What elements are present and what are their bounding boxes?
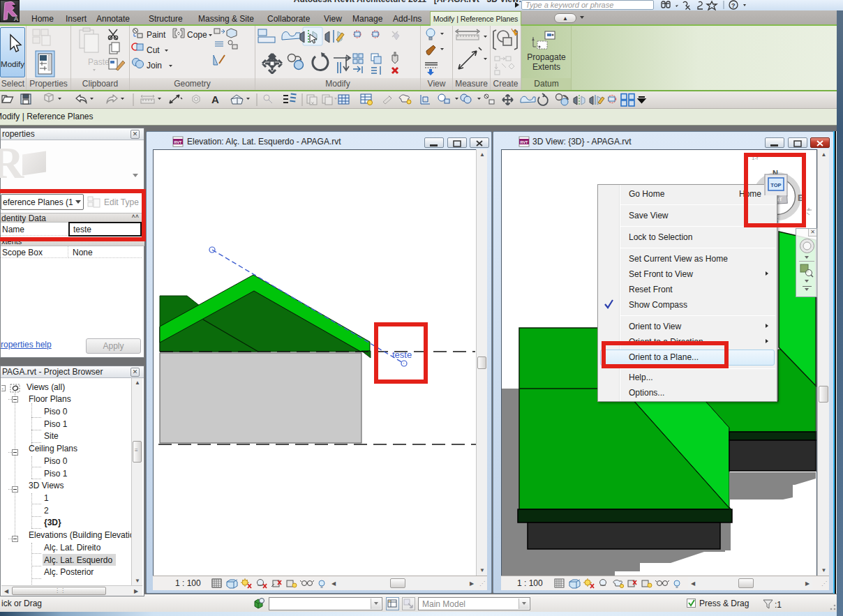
- svg-text:A: A: [211, 93, 219, 105]
- svg-text:Paste: Paste: [88, 57, 110, 67]
- svg-text:Cut: Cut: [147, 45, 160, 55]
- svg-text:A: A: [14, 15, 18, 22]
- svg-text:?: ?: [731, 2, 736, 9]
- svg-text:RVT: RVT: [521, 140, 529, 144]
- svg-text:Extents: Extents: [532, 62, 560, 72]
- svg-text:Join: Join: [147, 61, 162, 70]
- svg-text:RVT: RVT: [174, 140, 183, 144]
- svg-text:Paint: Paint: [147, 30, 166, 40]
- svg-text:Cope: Cope: [187, 30, 207, 40]
- svg-text:Modify: Modify: [1, 60, 24, 68]
- svg-text:Propagate: Propagate: [527, 52, 566, 62]
